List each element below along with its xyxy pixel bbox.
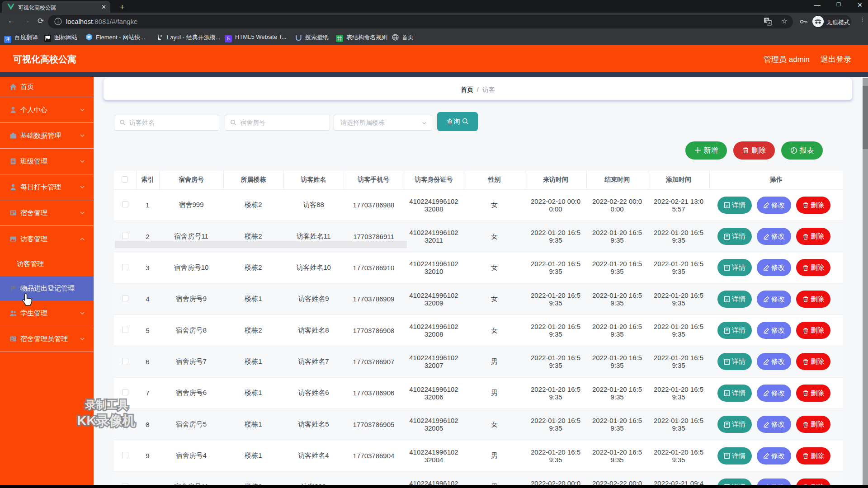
svg-text:录制工具: 录制工具 — [85, 399, 128, 411]
svg-text:KK录像机: KK录像机 — [77, 413, 136, 428]
